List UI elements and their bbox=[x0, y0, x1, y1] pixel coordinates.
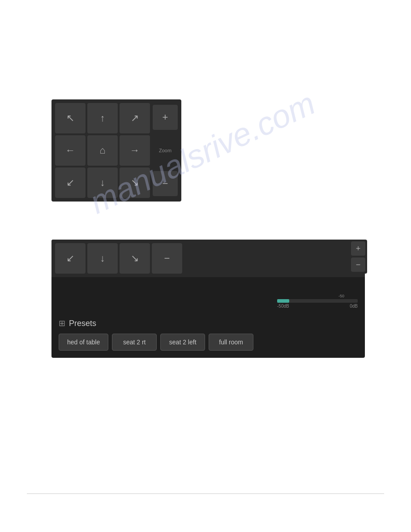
bottom-divider bbox=[27, 493, 384, 494]
ptz-sw-button[interactable]: ↙ bbox=[55, 167, 86, 198]
ptz-nw-button[interactable]: ↖ bbox=[55, 103, 86, 133]
level-labels: -50dB 0dB bbox=[277, 304, 358, 309]
ptz-e-button[interactable]: → bbox=[120, 135, 150, 166]
bottom-zoom-out-button[interactable]: − bbox=[152, 243, 182, 274]
zoom-in-button[interactable]: + bbox=[153, 105, 178, 130]
bottom-ptz-se-button[interactable]: ↘ bbox=[120, 243, 150, 274]
presets-section: ⊞ Presets hed of table seat 2 rt seat 2 … bbox=[51, 313, 365, 358]
bottom-ptz-bar: ↙ ↓ ↘ − bbox=[51, 240, 365, 277]
right-zoom-in-button[interactable]: + bbox=[351, 241, 365, 256]
bottom-ptz-s-button[interactable]: ↓ bbox=[87, 243, 118, 274]
ptz-directional-grid: ↖ ↑ ↗ ← ⌂ → ↙ ↓ ↘ bbox=[55, 103, 150, 198]
preset-seat-2-left-button[interactable]: seat 2 left bbox=[160, 334, 205, 351]
bottom-ptz-sw-button[interactable]: ↙ bbox=[55, 243, 86, 274]
level-fill bbox=[277, 299, 289, 303]
presets-icon: ⊞ bbox=[59, 318, 65, 328]
zoom-out-button[interactable]: − bbox=[153, 171, 178, 196]
ptz-s-button[interactable]: ↓ bbox=[87, 167, 118, 198]
ptz-zoom-column: + Zoom − bbox=[153, 103, 178, 198]
bottom-panel: ↙ ↓ ↘ − -50 -50dB 0dB ⊞ Presets bbox=[51, 240, 365, 358]
right-zoom-out-button[interactable]: − bbox=[351, 257, 365, 272]
presets-header: ⊞ Presets bbox=[59, 318, 358, 328]
zoom-label: Zoom bbox=[159, 148, 171, 153]
preset-seat-2-rt-button[interactable]: seat 2 rt bbox=[112, 334, 157, 351]
level-label-left: -50dB bbox=[277, 304, 289, 309]
level-label-right: 0dB bbox=[350, 304, 358, 309]
ptz-ne-button[interactable]: ↗ bbox=[120, 103, 150, 133]
presets-buttons: hed of table seat 2 rt seat 2 left full … bbox=[59, 334, 358, 351]
ptz-w-button[interactable]: ← bbox=[55, 135, 86, 166]
level-meter: -50 -50dB 0dB bbox=[277, 299, 358, 309]
preset-full-room-button[interactable]: full room bbox=[209, 334, 253, 351]
ptz-se-button[interactable]: ↘ bbox=[120, 167, 150, 198]
presets-title: Presets bbox=[69, 319, 96, 328]
ptz-n-button[interactable]: ↑ bbox=[87, 103, 118, 133]
preset-hed-of-table-button[interactable]: hed of table bbox=[59, 334, 108, 351]
level-bar-background: -50 bbox=[277, 299, 358, 303]
ptz-home-button[interactable]: ⌂ bbox=[87, 135, 118, 166]
bottom-ptz-grid: ↙ ↓ ↘ − bbox=[55, 243, 182, 274]
level-bar-row: -50 bbox=[277, 299, 358, 303]
right-zoom-controls: + − bbox=[349, 240, 367, 274]
level-meter-area: -50 -50dB 0dB bbox=[51, 277, 365, 313]
ptz-controller-top: ↖ ↑ ↗ ← ⌂ → ↙ ↓ ↘ + Zoom − bbox=[51, 99, 181, 202]
level-marker: -50 bbox=[338, 294, 344, 298]
